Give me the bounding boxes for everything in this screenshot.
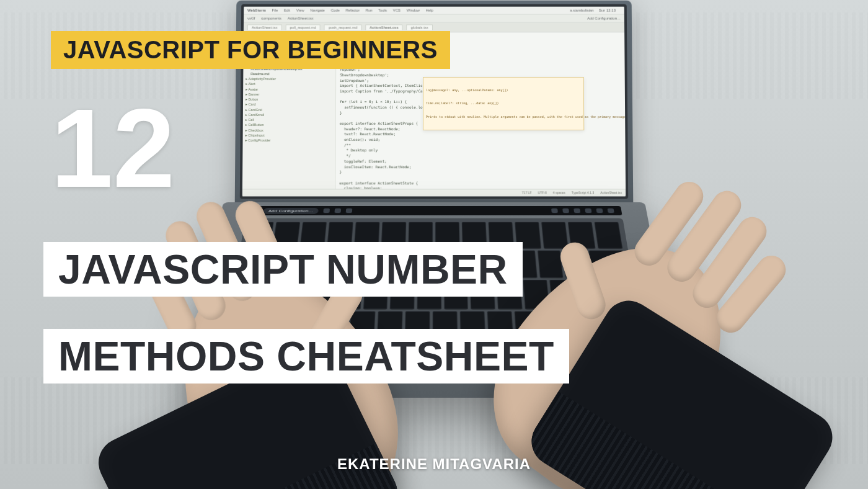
touchbar-icon <box>335 209 342 213</box>
menubar-user: a.stambultsian <box>570 9 594 12</box>
tree-folder: ▸ AdaptivityProvider <box>246 76 333 81</box>
menubar-clock: Sun 12:13 <box>599 9 616 12</box>
status-item: TypeScript 4.1.3 <box>572 191 594 195</box>
touchbar-icon <box>551 209 558 213</box>
toolbar-project: vsGf <box>247 17 255 20</box>
macos-menubar: WebStorm File Edit View Navigate Code Re… <box>244 7 624 15</box>
series-tag: JAVASCRIPT FOR BEGINNERS <box>51 31 450 69</box>
tree-folder: ▸ Cell <box>246 117 333 122</box>
tree-folder: ▸ Alert <box>246 81 333 86</box>
status-item: UTF-8 <box>538 191 547 195</box>
tab-3: ActionSheet.css <box>365 24 403 30</box>
tooltip-line: Prints to stdout with newline. Multiple … <box>426 115 581 119</box>
tab-2: push_request.md <box>324 24 361 30</box>
touchbar: ✕ Add Configuration… <box>246 206 622 215</box>
tree-file: Readme.md <box>250 71 333 76</box>
menu-navigate: Navigate <box>310 9 325 12</box>
menu-view: View <box>296 9 304 12</box>
tree-folder: ▸ Button <box>246 97 333 102</box>
touchbar-addconfig: Add Configuration… <box>263 208 319 214</box>
episode-number: 12 <box>51 98 175 199</box>
status-item: ActionSheet.tsx <box>600 191 622 195</box>
menu-code: Code <box>330 9 339 12</box>
menu-edit: Edit <box>284 9 290 12</box>
tree-folder: ▸ Card <box>246 102 333 107</box>
title-line-2: METHODS CHEATSHEET <box>43 329 569 384</box>
menu-vcs: VCS <box>393 9 401 12</box>
touchbar-icon <box>574 209 580 213</box>
ide-toolbar: vsGf components ActionSheet.tsx Add Conf… <box>244 15 624 23</box>
tree-folder: ▸ Checkbox <box>246 128 333 133</box>
intellisense-tooltip: log(message?: any, ...optionalParams: an… <box>423 77 584 130</box>
author-name: EKATERINE MITAGVARIA <box>0 455 868 473</box>
touchbar-icon <box>346 209 353 213</box>
tab-4: globals.tsx <box>407 24 433 30</box>
tab-1: pull_request.md <box>285 24 321 30</box>
tree-folder: ▸ Banner <box>246 92 333 97</box>
touchbar-icon <box>562 209 569 213</box>
status-item: 4 spaces <box>553 191 565 195</box>
tab-0: ActionSheet.tsx <box>247 24 282 30</box>
title-line-1: JAVASCRIPT NUMBER <box>43 242 523 297</box>
menu-refactor: Refactor <box>345 9 360 12</box>
tooltip-line: time.nn(label?: string, ...data: any[]) <box>426 101 581 105</box>
touchbar-icon <box>608 209 614 213</box>
ide-appname: WebStorm <box>247 9 266 12</box>
menu-window: Window <box>407 9 420 12</box>
tree-folder: ▸ CellButton <box>246 122 333 127</box>
tree-folder: ▸ Avatar <box>246 87 333 92</box>
tooltip-line: log(message?: any, ...optionalParams: an… <box>426 88 581 92</box>
tree-folder: ▸ CardScroll <box>246 112 333 117</box>
tree-folder: ▸ ChipsInput <box>246 133 333 138</box>
ide-statusbar: 717 LF UTF-8 4 spaces TypeScript 4.1.3 A… <box>242 189 626 196</box>
touchbar-icon <box>323 209 330 213</box>
tree-folder: ▸ ConfigProvider <box>246 138 333 143</box>
toolbar-file: ActionSheet.tsx <box>288 17 314 20</box>
menu-file: File <box>272 9 278 12</box>
menu-run: Run <box>366 9 373 12</box>
menu-tools: Tools <box>378 9 387 12</box>
tree-folder: ▸ CardGrid <box>246 107 333 112</box>
touchbar-icon <box>596 209 603 213</box>
toolbar-path: components <box>261 17 281 20</box>
toolbar-addconfig: Add Configuration… <box>587 17 621 20</box>
status-item: 717 LF <box>522 191 532 195</box>
menu-help: Help <box>426 9 433 12</box>
touchbar-icon <box>585 209 591 213</box>
